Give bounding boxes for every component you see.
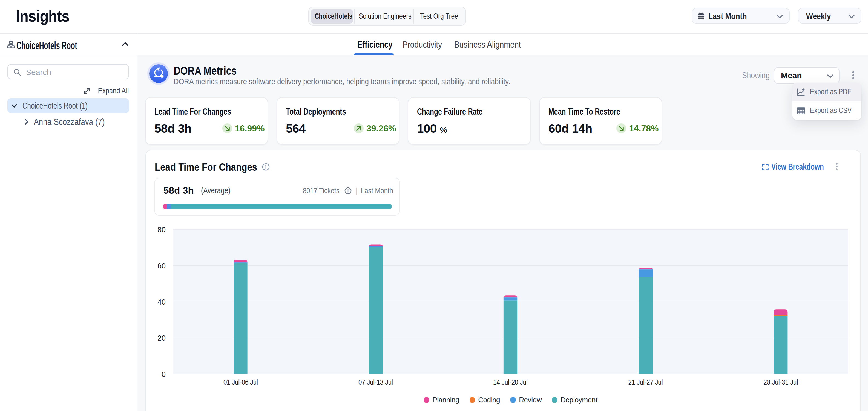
svg-text:21 Jul-27 Jul: 21 Jul-27 Jul [628,378,663,386]
svg-text:0: 0 [161,370,166,378]
svg-text:07 Jul-13 Jul: 07 Jul-13 Jul [359,378,393,386]
svg-text:80: 80 [157,226,166,234]
svg-text:40: 40 [157,298,166,306]
svg-text:20: 20 [157,334,166,342]
svg-text:60: 60 [157,262,166,270]
svg-text:01 Jul-06 Jul: 01 Jul-06 Jul [223,378,258,386]
svg-text:28 Jul-31 Jul: 28 Jul-31 Jul [764,378,798,386]
svg-text:14 Jul-20 Jul: 14 Jul-20 Jul [493,378,528,386]
